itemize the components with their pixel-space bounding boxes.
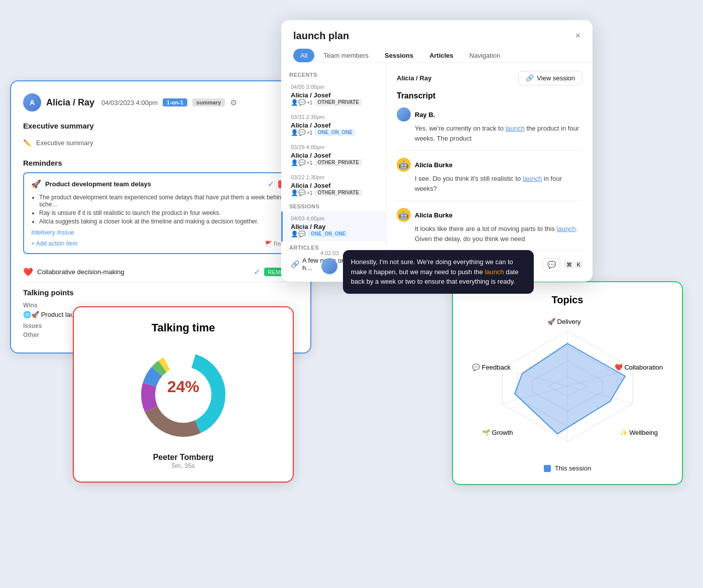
bullet-3: Alicia suggests taking a closer look at … xyxy=(39,218,290,225)
alicia-message-text-2: It looks like there are a lot of moving … xyxy=(397,224,582,244)
exec-summary-label: Executive summary xyxy=(36,139,93,147)
transcript-who: Alicia / Ray xyxy=(397,74,431,82)
sessions-label: Sessions xyxy=(281,200,386,211)
list-item[interactable]: 04/03 4:00pm Alicia / Ray 👤💬 ONE_ON_ONE xyxy=(281,211,386,242)
person-time: 5m, 35s xyxy=(86,462,281,469)
list-item[interactable]: 03/22 1:30pm Alicia / Josef 👤💬+1 OTHER_P… xyxy=(281,170,386,200)
view-session-button[interactable]: 🔗 View session xyxy=(518,71,582,85)
list-item[interactable]: 04/05 3:00pm Alicia / Josef 👤💬+1 OTHER_P… xyxy=(281,80,386,110)
gear-icon[interactable]: ⚙ xyxy=(230,98,237,107)
radar-chart: 🚀 Delivery ❤️ Collaboration ✨ Wellbeing … xyxy=(477,316,658,456)
chat-bubble-container: 4:02:03 Honestly, I'm not sure. We're do… xyxy=(320,250,534,294)
alicia-message-text-1: I see. Do you think it's still realistic… xyxy=(397,174,582,193)
comment-button[interactable]: 💬 xyxy=(543,258,560,271)
chat-time: 4:02:03 xyxy=(320,250,339,256)
recents-label: Recents xyxy=(281,69,386,80)
session-date: 04/03/2023 4:00pm xyxy=(101,99,158,106)
svg-text:24%: 24% xyxy=(167,378,199,396)
kbd-shortcut: ⌘ K xyxy=(564,261,582,269)
globe-icon: 🌐🚀 xyxy=(23,311,39,318)
avatar: A xyxy=(23,93,41,111)
close-button[interactable]: × xyxy=(575,31,580,41)
reminder-header: 🚀 Product development team delays ✓ R xyxy=(31,179,290,189)
transcript-title: Transcript xyxy=(397,91,582,100)
reminder-title: Product development team delays xyxy=(45,180,264,188)
badge-oneone: 1-on-1 xyxy=(163,98,187,106)
search-title-row: launch plan × xyxy=(293,30,580,42)
badge-summary: summary xyxy=(192,98,225,106)
highlight-launch-2: launch xyxy=(523,175,542,182)
tab-articles[interactable]: Articles xyxy=(422,49,460,62)
article-icon: 🔗 xyxy=(291,260,299,268)
tab-all[interactable]: All xyxy=(293,49,314,62)
growth-label: 🌱 Growth xyxy=(482,429,513,436)
radar-legend: This session xyxy=(465,464,670,472)
alicia-name: Alicia Burke xyxy=(415,161,452,169)
collaboration-label: ❤️ Collaboration xyxy=(615,364,663,371)
reminder-bullets: The product development team experienced… xyxy=(31,194,290,225)
transcript-top: Alicia / Ray 🔗 View session xyxy=(397,71,582,85)
reminders-section: Reminders 🚀 Product development team del… xyxy=(23,159,298,254)
notes-header: A Alicia / Ray 04/03/2023 4:00pm 1-on-1 … xyxy=(23,93,298,111)
message-header: 🤖 Alicia Burke xyxy=(397,208,582,222)
reminders-title: Reminders xyxy=(23,159,298,167)
tab-navigation[interactable]: Navigation xyxy=(462,49,507,62)
reminder-tags: #delivery #issue xyxy=(31,229,290,236)
alicia-avatar-2: 🤖 xyxy=(397,208,411,222)
person-name: Peeter Tomberg xyxy=(86,453,281,462)
link-icon: 🔗 xyxy=(526,74,534,82)
message-header: Ray B. xyxy=(397,107,582,122)
search-title: launch plan xyxy=(293,30,349,42)
rocket-icon: 🚀 xyxy=(31,179,41,189)
add-action-button[interactable]: + Add action item xyxy=(31,240,77,247)
feedback-label: 💬 Feedback xyxy=(472,364,511,371)
tab-sessions[interactable]: Sessions xyxy=(378,49,420,62)
search-results: Recents 04/05 3:00pm Alicia / Josef 👤💬+1… xyxy=(281,63,593,282)
radar-title: Topics xyxy=(465,294,670,306)
donut-chart: 24% xyxy=(86,344,281,445)
list-item[interactable]: 03/31 2:30pm Alicia / Josef 👤💬+1 ONE_ON_… xyxy=(281,110,386,140)
ray-name: Ray B. xyxy=(415,111,435,119)
alicia-name-2: Alicia Burke xyxy=(415,211,452,219)
wellbeing-label: ✨ Wellbeing xyxy=(620,429,658,436)
chat-text: Honestly, I'm not sure. We're doing ever… xyxy=(351,258,519,285)
donut-title: Talking time xyxy=(86,321,281,334)
exec-summary-row: ✏️ Executive summary xyxy=(23,135,298,151)
highlight-launch: launch xyxy=(505,125,524,132)
search-tabs: All Team members Sessions Articles Navig… xyxy=(293,49,580,62)
transcript-message: Ray B. Yes, we're currently on track to … xyxy=(397,107,582,151)
transcript-panel: Alicia / Ray 🔗 View session Transcript R… xyxy=(387,63,593,282)
legend-dot xyxy=(544,465,551,472)
message-header: 🤖 Alicia Burke xyxy=(397,158,582,172)
pencil-icon: ✏️ xyxy=(23,139,31,147)
talking-points-title: Talking points xyxy=(23,288,298,297)
ray-avatar xyxy=(397,107,411,122)
collab-title: Collaborative decision-making xyxy=(37,268,250,276)
alicia-avatar: 🤖 xyxy=(397,158,411,172)
highlight-launch-3: launch xyxy=(557,225,576,232)
reminder-actions: + Add action item 🚩 Report xyxy=(31,240,290,247)
transcript-message: 🤖 Alicia Burke It looks like there are a… xyxy=(397,208,582,251)
reminder-card: 🚀 Product development team delays ✓ R Th… xyxy=(23,172,298,254)
check-icon: ✓ xyxy=(268,179,274,189)
legend-label: This session xyxy=(555,464,591,472)
session-title: Alicia / Ray xyxy=(46,97,94,108)
heart-icon: ❤️ xyxy=(23,267,33,277)
tab-team-members[interactable]: Team members xyxy=(316,49,376,62)
bullet-2: Ray is unsure if it is still realistic t… xyxy=(39,209,290,216)
topics-radar-panel: Topics 🚀 Delivery ❤️ Collaboration ✨ Wel… xyxy=(452,281,683,485)
delivery-label: 🚀 Delivery xyxy=(547,318,581,325)
bullet-1: The product development team experienced… xyxy=(39,194,290,208)
transcript-message: 🤖 Alicia Burke I see. Do you think it's … xyxy=(397,158,582,201)
talking-time-panel: Talking time 24% Peeter Tomberg 5m, 35s xyxy=(73,306,294,483)
search-header: launch plan × All Team members Sessions … xyxy=(281,20,593,63)
results-left: Recents 04/05 3:00pm Alicia / Josef 👤💬+1… xyxy=(281,63,387,282)
chat-avatar xyxy=(321,258,337,274)
collab-check-icon: ✓ xyxy=(254,267,260,277)
search-modal: launch plan × All Team members Sessions … xyxy=(281,20,593,282)
exec-summary-title: Executive summary xyxy=(23,122,298,130)
ray-message-text: Yes, we're currently on track to launch … xyxy=(397,124,582,143)
collab-row: ❤️ Collaborative decision-making ✓ REMIN… xyxy=(23,262,298,282)
list-item[interactable]: 03/29 4:00pm Alicia / Josef 👤💬+1 OTHER_P… xyxy=(281,140,386,170)
chat-bubble: Honestly, I'm not sure. We're doing ever… xyxy=(343,250,534,294)
